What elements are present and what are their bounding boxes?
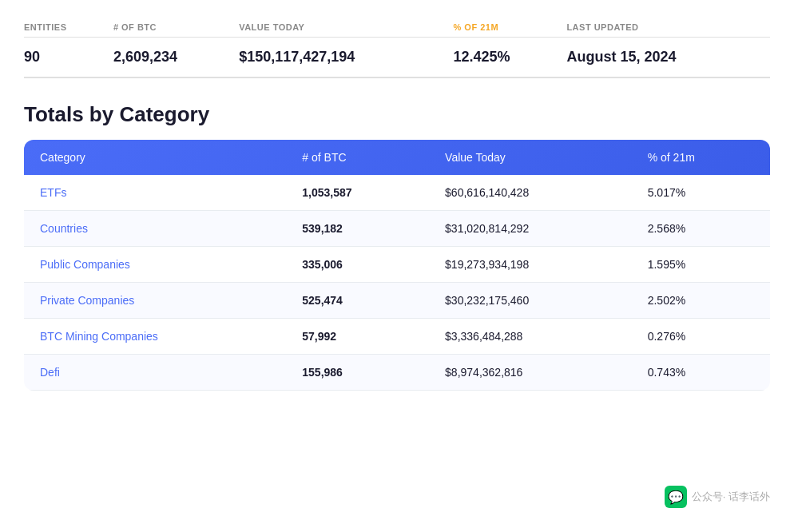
summary-col-pct: % OF 21M [454,16,567,38]
value-today: $3,336,484,288 [429,319,632,355]
summary-value-today: $150,117,427,194 [239,38,453,78]
pct-21m: 1.595% [632,247,770,283]
cat-header-btc: # of BTC [286,140,429,175]
btc-count: 525,474 [286,283,429,319]
category-table: Category # of BTC Value Today % of 21m E… [24,140,770,391]
category-name[interactable]: Private Companies [24,283,286,319]
cat-header-category: Category [24,140,286,175]
category-name[interactable]: Countries [24,211,286,247]
summary-entities-value: 90 [24,38,113,78]
summary-pct-value: 12.425% [454,38,567,78]
value-today: $19,273,934,198 [429,247,632,283]
pct-21m: 2.568% [632,211,770,247]
btc-count: 57,992 [286,319,429,355]
table-row: Defi155,986$8,974,362,8160.743% [24,355,770,391]
summary-col-value: VALUE TODAY [239,16,453,38]
summary-updated-value: August 15, 2024 [566,38,770,78]
value-today: $31,020,814,292 [429,211,632,247]
table-row: Countries539,182$31,020,814,2922.568% [24,211,770,247]
value-today: $8,974,362,816 [429,355,632,391]
cat-header-pct: % of 21m [632,140,770,175]
category-name[interactable]: Defi [24,355,286,391]
table-row: Private Companies525,474$30,232,175,4602… [24,283,770,319]
btc-count: 539,182 [286,211,429,247]
watermark-text: 公众号· 话李话外 [692,490,770,504]
pct-21m: 0.743% [632,355,770,391]
summary-table: ENTITIES # OF BTC VALUE TODAY % OF 21M L… [24,16,770,78]
summary-btc-value: 2,609,234 [113,38,239,78]
watermark: 💬 公众号· 话李话外 [665,486,770,508]
summary-col-btc: # OF BTC [113,16,239,38]
watermark-icon: 💬 [665,486,687,508]
value-today: $60,616,140,428 [429,175,632,211]
pct-21m: 0.276% [632,319,770,355]
value-today: $30,232,175,460 [429,283,632,319]
category-name[interactable]: ETFs [24,175,286,211]
pct-21m: 2.502% [632,283,770,319]
btc-count: 155,986 [286,355,429,391]
summary-col-entities: ENTITIES [24,16,113,38]
table-row: ETFs1,053,587$60,616,140,4285.017% [24,175,770,211]
section-title: Totals by Category [24,102,770,127]
category-name[interactable]: BTC Mining Companies [24,319,286,355]
summary-col-updated: LAST UPDATED [566,16,770,38]
category-name[interactable]: Public Companies [24,247,286,283]
btc-count: 335,006 [286,247,429,283]
cat-header-value: Value Today [429,140,632,175]
table-row: BTC Mining Companies57,992$3,336,484,288… [24,319,770,355]
pct-21m: 5.017% [632,175,770,211]
table-row: Public Companies335,006$19,273,934,1981.… [24,247,770,283]
btc-count: 1,053,587 [286,175,429,211]
